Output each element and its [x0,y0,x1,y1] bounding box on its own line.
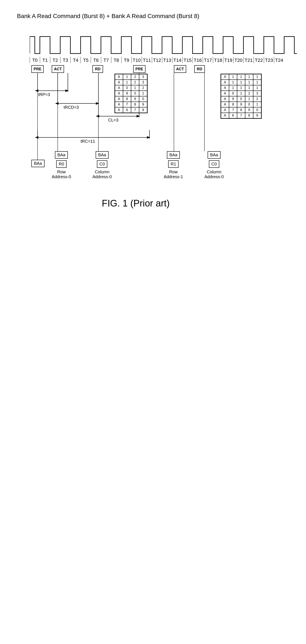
page-title: Bank A Read Command (Burst 8) + Bank A R… [17,13,289,20]
signal-group-act2: BAa R1 RowAddress-1 [164,151,183,179]
label-row-addr-0-1: RowAddress-0 [52,170,71,179]
time-label-t20: T20 [233,57,243,63]
time-label-t5: T5 [81,57,91,63]
box-r0: R0 [56,160,67,168]
time-label-t16: T16 [192,57,203,63]
box-r1: R1 [168,160,179,168]
svg-text:tRP=3: tRP=3 [38,92,50,97]
time-label-t21: T21 [243,57,254,63]
svg-text:tRC=11: tRC=11 [81,139,95,144]
box-baa-2: BAa [55,151,68,159]
time-label-t23: T23 [264,57,274,63]
box-c0-2: C0 [209,160,219,168]
time-labels-row: T0 T1 T2 T3 T4 T5 T6 T7 T8 T9 T10 T11 T1… [30,57,297,63]
box-baa-3: BAa [96,151,109,159]
svg-text:tRCD=3: tRCD=3 [64,105,79,110]
box-baa-1: BAa [31,160,44,167]
time-label-t9: T9 [121,57,132,63]
time-label-t6: T6 [91,57,101,63]
time-label-t15: T15 [182,57,192,63]
annotation-svg: tRP=3 tRCD=3 CL=3 tRC=11 [17,32,297,245]
time-label-t11: T11 [142,57,152,63]
cmd-pre-2: PRE [133,65,146,73]
time-label-t10: T10 [132,57,142,63]
addr-matrix-2: A1111 A1111 A1111 A0123 A9012 A8901 A789… [221,74,262,119]
clock-waveform [30,32,297,58]
time-label-t2: T2 [50,57,60,63]
cmd-rd-2: RD [194,65,205,73]
time-label-t14: T14 [172,57,182,63]
time-label-t8: T8 [111,57,121,63]
fig-label: FIG. 1 (Prior art) [102,198,170,208]
svg-text:CL=3: CL=3 [108,118,118,122]
box-c0-1: C0 [97,160,108,168]
time-label-t4: T4 [70,57,81,63]
time-label-t1: T1 [40,57,50,63]
label-row-addr-1: RowAddress-1 [164,170,183,179]
label-col-addr-0-1: ColumnAddress-0 [92,170,112,179]
time-label-t24: T24 [274,57,284,63]
time-label-t3: T3 [60,57,70,63]
box-baa-4: BAa [167,151,180,159]
cmd-pre-1: PRE [31,65,44,73]
page-container: Bank A Read Command (Burst 8) + Bank A R… [0,0,306,644]
time-label-t17: T17 [203,57,213,63]
cmd-rd-1: RD [92,65,103,73]
time-label-t13: T13 [162,57,172,63]
signal-baa-pre: BAa [31,160,44,167]
label-col-addr-0-2: ColumnAddress-0 [204,170,224,179]
time-label-t12: T12 [152,57,162,63]
box-baa-5: BAa [208,151,221,159]
time-label-t0: T0 [30,57,40,63]
diagram-area: T0 T1 T2 T3 T4 T5 T6 T7 T8 T9 T10 T11 T1… [17,32,289,606]
addr-matrix-1: A123 A123 A012 A901 A890 A789 A678 [115,74,148,113]
time-label-t19: T19 [223,57,233,63]
signal-group-rd2: BAa C0 ColumnAddress-0 [204,151,224,179]
time-label-t22: T22 [254,57,264,63]
signal-group-act1: BAa R0 RowAddress-0 [52,151,71,179]
time-label-t18: T18 [213,57,223,63]
cmd-act-2: ACT [174,65,186,73]
time-label-t7: T7 [101,57,111,63]
signal-group-rd1: BAa C0 ColumnAddress-0 [92,151,112,179]
cmd-act-1: ACT [52,65,64,73]
